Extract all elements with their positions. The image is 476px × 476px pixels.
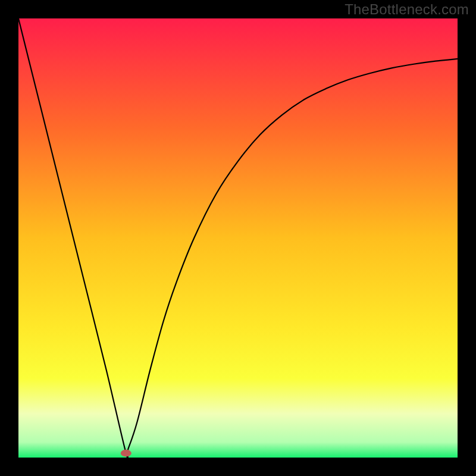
min-marker [121,450,131,457]
watermark-text: TheBottleneck.com [345,1,469,18]
gradient-background [18,18,458,458]
plot-area [18,18,458,458]
chart-container: TheBottleneck.com [0,0,476,476]
chart-svg [18,18,458,458]
